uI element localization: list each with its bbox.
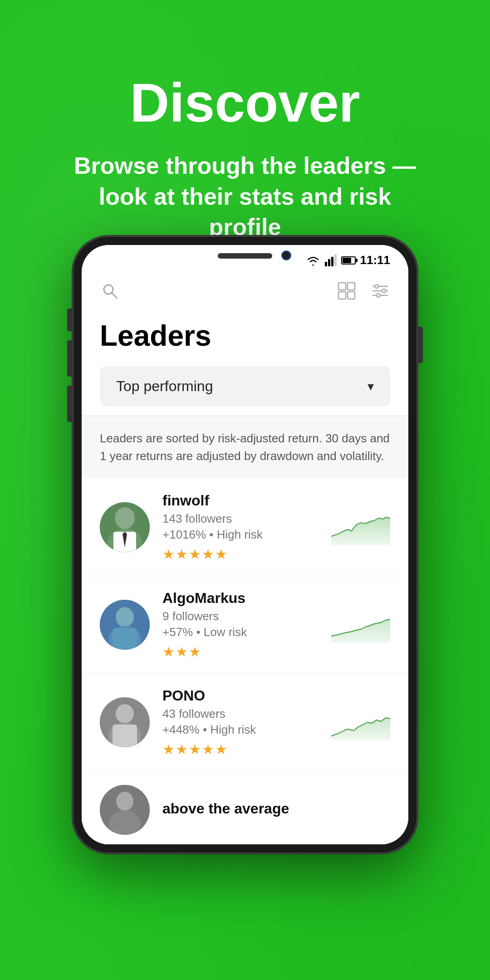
avatar	[100, 600, 150, 650]
wifi-icon	[306, 255, 320, 266]
svg-line-5	[112, 293, 117, 298]
svg-rect-7	[348, 283, 355, 290]
leader-item[interactable]: AlgoMarkus 9 followers +57% • Low risk ★…	[82, 576, 408, 674]
hero-title: Discover	[36, 73, 454, 132]
leader-stats: +1016% • High risk	[162, 528, 318, 542]
leader-name: PONO	[162, 687, 318, 704]
leader-item[interactable]: PONO 43 followers +448% • High risk ★★★★…	[82, 674, 408, 771]
svg-point-25	[116, 607, 134, 627]
svg-rect-9	[348, 292, 355, 299]
leader-chart	[331, 509, 390, 545]
phone-camera	[281, 250, 291, 260]
dropdown-label: Top performing	[116, 378, 213, 395]
grid-view-button[interactable]	[337, 281, 357, 301]
svg-point-31	[116, 704, 134, 723]
avatar	[100, 785, 150, 835]
leader-followers: 9 followers	[162, 609, 318, 623]
svg-rect-3	[334, 255, 337, 266]
leader-followers: 143 followers	[162, 512, 318, 526]
battery-icon	[341, 256, 356, 265]
svg-point-18	[115, 507, 135, 529]
svg-rect-8	[338, 292, 346, 299]
svg-rect-33	[113, 725, 137, 747]
leader-item[interactable]: finwolf 143 followers +1016% • High risk…	[82, 479, 408, 576]
svg-rect-1	[328, 259, 330, 266]
leader-info: AlgoMarkus 9 followers +57% • Low risk ★…	[162, 590, 318, 660]
avatar-image	[100, 600, 150, 650]
topbar-right-icons	[337, 281, 390, 301]
phone-volume-down	[67, 386, 72, 422]
svg-point-37	[116, 792, 133, 811]
phone-volume-up	[67, 340, 72, 377]
info-text: Leaders are sorted by risk-adjusted retu…	[100, 430, 390, 465]
leader-name: AlgoMarkus	[162, 590, 318, 607]
svg-rect-27	[113, 628, 137, 650]
dropdown-container: Top performing ▾	[82, 366, 408, 416]
sort-dropdown[interactable]: Top performing ▾	[100, 366, 390, 407]
phone-mockup: 11:11	[73, 236, 417, 853]
phone-power-button	[418, 327, 423, 363]
avatar-image	[100, 785, 150, 835]
leader-item[interactable]: above the average	[82, 771, 408, 844]
search-button[interactable]	[100, 281, 120, 301]
hero-subtitle: Browse through the leaders — look at the…	[64, 151, 426, 243]
status-time: 11:11	[360, 253, 391, 267]
svg-point-15	[377, 294, 380, 297]
avatar	[100, 697, 150, 747]
leader-stars: ★★★★★	[162, 546, 318, 562]
leader-chart	[331, 704, 390, 740]
leader-followers: 43 followers	[162, 707, 318, 721]
svg-rect-6	[338, 283, 346, 290]
svg-rect-0	[325, 262, 327, 266]
signal-icon	[325, 255, 337, 266]
leader-name: finwolf	[162, 492, 318, 509]
phone-speaker	[218, 253, 272, 259]
avatar-image	[100, 502, 150, 552]
status-icons: 11:11	[306, 253, 391, 267]
leaders-list: finwolf 143 followers +1016% • High risk…	[82, 479, 408, 844]
phone-screen: 11:11	[82, 245, 408, 844]
svg-point-11	[375, 284, 378, 288]
leader-stars: ★★★	[162, 644, 318, 660]
leader-stars: ★★★★★	[162, 741, 318, 757]
leader-info: above the average	[162, 800, 390, 820]
svg-rect-2	[331, 257, 333, 266]
app-topbar	[82, 272, 408, 310]
leader-info: PONO 43 followers +448% • High risk ★★★★…	[162, 687, 318, 757]
phone-frame: 11:11	[73, 236, 417, 853]
leader-stats: +448% • High risk	[162, 723, 318, 737]
avatar-image	[100, 697, 150, 747]
leader-stats: +57% • Low risk	[162, 625, 318, 639]
filter-button[interactable]	[370, 281, 390, 301]
leader-name: above the average	[162, 800, 390, 817]
leader-chart	[331, 607, 390, 643]
phone-volume-silent	[67, 309, 72, 331]
chevron-down-icon: ▾	[368, 379, 374, 394]
avatar	[100, 502, 150, 552]
leaders-title: Leaders	[82, 310, 408, 366]
grid-icon	[337, 281, 357, 301]
filter-icon	[370, 281, 390, 301]
svg-marker-22	[331, 517, 390, 545]
info-section: Leaders are sorted by risk-adjusted retu…	[82, 416, 408, 479]
leader-info: finwolf 143 followers +1016% • High risk…	[162, 492, 318, 562]
svg-point-13	[382, 289, 386, 293]
search-icon	[101, 282, 119, 300]
hero-section: Discover Browse through the leaders — lo…	[0, 0, 490, 270]
